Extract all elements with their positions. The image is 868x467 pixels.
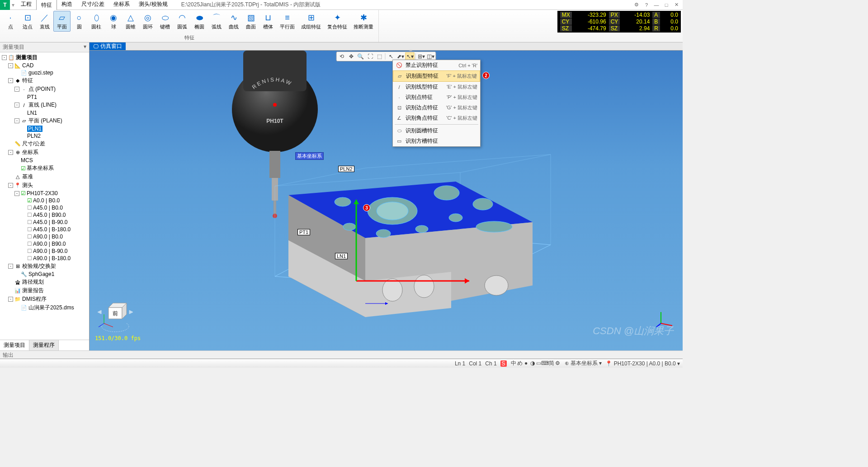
tree[interactable]: -📋测量项目-📐CAD📄guozi.step-◆特征-·点 (POINT)PT1…	[0, 52, 89, 340]
tree-node[interactable]: 🛣路径规划	[1, 278, 88, 286]
tree-node[interactable]: 📄山涧果子2025.dms	[1, 304, 88, 312]
ribbon-复合特征[interactable]: ✦复合特征	[324, 11, 350, 32]
pin-icon[interactable]: ▾	[84, 43, 86, 51]
ribbon-圆柱[interactable]: ⬯圆柱	[88, 11, 105, 32]
cs-dropdown[interactable]: ⊕ 基本坐标系 ▾	[565, 360, 602, 367]
svg-line-36	[99, 323, 104, 327]
ribbon-圆环[interactable]: ◎圆环	[139, 11, 156, 32]
ime-btn[interactable]: 简	[548, 360, 555, 367]
ime-btn[interactable]: ⚙	[555, 360, 561, 366]
orbit-icon[interactable]: ⟲	[337, 52, 346, 61]
window-icon[interactable]: ⬚	[375, 52, 384, 61]
output-panel[interactable]: 输出	[0, 350, 683, 359]
tree-node[interactable]: 基本坐标系	[1, 164, 88, 173]
side-tab[interactable]: 测量项目	[0, 340, 29, 350]
view-tab[interactable]: 🖵 仿真窗口	[90, 42, 126, 50]
ribbon-弧线[interactable]: ⌒弧线	[208, 11, 225, 32]
tree-node[interactable]: 🔧SphGage1	[1, 271, 88, 278]
ribbon-平面[interactable]: ▱平面	[53, 11, 71, 32]
ribbon-推断测量[interactable]: ✱推断测量	[350, 11, 377, 32]
pan-icon[interactable]: ✥	[347, 52, 356, 61]
tree-node[interactable]: A45.0 | B-180.0	[1, 226, 88, 233]
ribbon-槽体[interactable]: ⊔槽体	[259, 11, 277, 32]
tree-node[interactable]: A90.0 | B0.0	[1, 233, 88, 240]
menu-3[interactable]: 尺寸/公差	[77, 0, 109, 10]
ribbon-曲线[interactable]: ∿曲线	[225, 11, 242, 32]
tree-node[interactable]: -/直线 (LINE)	[1, 101, 88, 109]
tree-node[interactable]: A45.0 | B-90.0	[1, 219, 88, 226]
ribbon-平行面[interactable]: ≡平行面	[277, 11, 298, 32]
minimize-icon[interactable]: —	[652, 1, 661, 9]
tree-node[interactable]: 📊测量报告	[1, 286, 88, 295]
ribbon-成组特征[interactable]: ⊞成组特征	[298, 11, 324, 32]
tree-node[interactable]: A90.0 | B-180.0	[1, 255, 88, 262]
ctx-item[interactable]: /识别线型特征'E' + 鼠标左键	[393, 82, 480, 92]
nav-cube[interactable]: 前	[95, 292, 136, 332]
tree-node[interactable]: PLN2	[1, 132, 88, 140]
tree-node[interactable]: -📐CAD	[1, 62, 88, 69]
menu-5[interactable]: 测头/校验规	[134, 0, 172, 10]
3d-view[interactable]: 🖵 仿真窗口 ⟲ ✥ 🔍 ⛶ ⬚ ↖ ⬈▾ ↖▾ 1 ⊞▾ ◫▾	[90, 42, 683, 350]
ribbon-球[interactable]: ◉球	[105, 11, 122, 32]
ime-icon[interactable]: S	[500, 360, 507, 367]
ime-btn[interactable]: ●	[523, 360, 529, 366]
zoom-icon[interactable]: 🔍	[356, 52, 365, 61]
ribbon-直线[interactable]: ／直线	[36, 11, 53, 32]
tree-node[interactable]: -📁DMIS程序	[1, 295, 88, 304]
side-panel: 测量项目▾ -📋测量项目-📐CAD📄guozi.step-◆特征-·点 (POI…	[0, 42, 90, 350]
ctx-item[interactable]: ⬭识别圆槽特征	[393, 126, 480, 136]
ime-btn[interactable]: め	[517, 360, 523, 367]
tree-node[interactable]: -◆特征	[1, 76, 88, 85]
tree-node[interactable]: △基准	[1, 173, 88, 181]
menu-4[interactable]: 坐标系	[109, 0, 134, 10]
help-icon[interactable]: ?	[642, 1, 651, 9]
tree-node[interactable]: 📄guozi.step	[1, 69, 88, 76]
ribbon-圆[interactable]: ○圆	[71, 11, 88, 32]
ribbon-圆弧[interactable]: ◠圆弧	[174, 11, 191, 32]
side-tab[interactable]: 测量程序	[29, 340, 59, 350]
ribbon-圆锥[interactable]: △圆锥	[122, 11, 139, 32]
settings-icon[interactable]: ⚙	[632, 1, 641, 9]
tree-node[interactable]: MCS	[1, 157, 88, 164]
tree-node[interactable]: A0.0 | B0.0	[1, 197, 88, 204]
tree-node[interactable]: -·点 (POINT)	[1, 85, 88, 93]
tree-node[interactable]: 📏尺寸/公差	[1, 140, 88, 148]
tree-node[interactable]: -📍测头	[1, 181, 88, 190]
tree-node[interactable]: LN1	[1, 109, 88, 117]
ribbon-曲面[interactable]: ▧曲面	[242, 11, 259, 32]
ctx-item[interactable]: ∠识别角点特征'C' + 鼠标左键	[393, 113, 480, 123]
tree-node[interactable]: PLN1	[1, 125, 88, 132]
tree-node[interactable]: A45.0 | B0.0	[1, 204, 88, 211]
ctx-item[interactable]: ▭识别方槽特征	[393, 136, 480, 146]
ctx-item[interactable]: ⊡识别边点特征'G' + 鼠标左键	[393, 103, 480, 113]
tree-node[interactable]: A45.0 | B90.0	[1, 211, 88, 219]
tree-node[interactable]: PT1	[1, 93, 88, 101]
ime-btn[interactable]: ⌨	[542, 360, 548, 366]
probe-dropdown[interactable]: 📍 PH10T-2X30 | A0.0 | B0.0 ▾	[605, 360, 680, 367]
svg-point-19	[376, 229, 391, 238]
menu-0[interactable]: 工程	[16, 0, 36, 10]
tree-node[interactable]: -⊞校验规/交换架	[1, 262, 88, 271]
menu-2[interactable]: 构造	[57, 0, 77, 10]
tree-node[interactable]: -⊕坐标系	[1, 148, 88, 157]
ctx-item[interactable]: 🚫禁止识别特征Ctrl + 'R'	[393, 60, 480, 70]
ime-btn[interactable]: 中	[510, 360, 517, 367]
ribbon-键槽[interactable]: ⬭键槽	[156, 11, 174, 32]
ctx-item[interactable]: ·识别点特征'P' + 鼠标左键	[393, 92, 480, 103]
ribbon: ·点⊡边点／直线▱平面○圆⬯圆柱◉球△圆锥◎圆环⬭键槽◠圆弧⬬椭圆⌒弧线∿曲线▧…	[0, 10, 683, 42]
tree-node[interactable]: A90.0 | B90.0	[1, 240, 88, 248]
tree-node[interactable]: -▱平面 (PLANE)	[1, 117, 88, 125]
tree-node[interactable]: -📋测量项目	[1, 53, 88, 62]
close-icon[interactable]: ✕	[672, 1, 681, 9]
ctx-item[interactable]: ▱识别面型特征'F' + 鼠标左键2	[393, 70, 480, 82]
ribbon-椭圆[interactable]: ⬬椭圆	[191, 11, 208, 32]
ime-btn[interactable]: ◑	[529, 360, 536, 366]
maximize-icon[interactable]: □	[662, 1, 671, 9]
fit-icon[interactable]: ⛶	[366, 52, 375, 61]
ribbon-边点[interactable]: ⊡边点	[19, 11, 36, 32]
context-menu: 🚫禁止识别特征Ctrl + 'R'▱识别面型特征'F' + 鼠标左键2/识别线型…	[392, 60, 481, 147]
ribbon-点[interactable]: ·点	[2, 11, 19, 32]
tree-node[interactable]: A90.0 | B-90.0	[1, 248, 88, 255]
tree-node[interactable]: -PH10T-2X30	[1, 190, 88, 197]
menu-1[interactable]: 特征	[36, 0, 57, 11]
